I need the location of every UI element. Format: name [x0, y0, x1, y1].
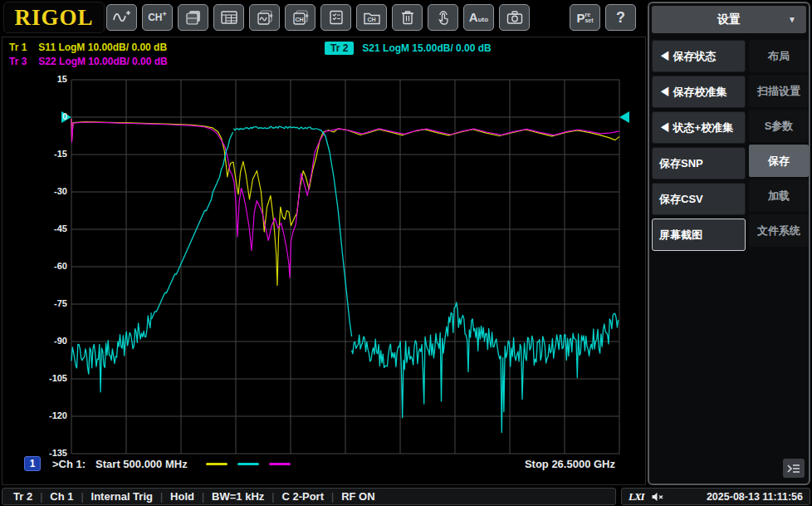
start-frequency: Start 500.000 MHz	[95, 458, 188, 470]
save-menu: ◀ 保存状态◀ 保存校准集◀ 状态+校准集保存SNP保存CSV屏幕截图	[652, 40, 746, 254]
toolbar: RIGOL CH+	[0, 0, 646, 37]
panel-tab-3[interactable]: 保存	[749, 145, 809, 177]
status-item-1: Ch 1	[50, 490, 73, 503]
trace-list-button[interactable]	[320, 4, 351, 31]
clipboard-icon	[326, 9, 346, 26]
panel-title-dropdown[interactable]: 设置 ▼	[652, 6, 806, 33]
touch-mode-button[interactable]	[428, 4, 458, 31]
y-label-4: -45	[36, 224, 67, 233]
chevron-down-icon: ▼	[788, 15, 796, 24]
screenshot-button[interactable]	[499, 4, 530, 31]
status-left-pill: Tr 2|Ch 1|Internal Trig|Hold|BW=1 kHz|C …	[2, 488, 616, 505]
trace3-id: Tr 3	[9, 56, 27, 67]
speaker-muted-icon	[651, 491, 664, 503]
y-label-7: -90	[36, 336, 67, 346]
trace2-swatch	[237, 463, 259, 465]
delete-button[interactable]	[392, 4, 423, 31]
datetime: 2025-08-13 11:11:56	[707, 491, 803, 503]
status-item-3: Hold	[170, 490, 194, 503]
help-button[interactable]: ?	[605, 4, 636, 31]
help-label: ?	[616, 9, 625, 27]
trace1-legend[interactable]: Tr 1 S11 LogM 10.00dB/ 0.00 dB	[9, 42, 167, 53]
y-label-3: -30	[36, 186, 67, 196]
lxi-indicator: LXI	[629, 490, 644, 504]
preset-sublabel: reset	[585, 12, 593, 23]
trace2-legend[interactable]: Tr 2 S21 LogM 15.00dB/ 0.00 dB	[325, 42, 492, 55]
panel-tab-5[interactable]: 文件系统	[749, 214, 809, 247]
rigol-logo: RIGOL	[14, 5, 93, 31]
trace2-active-badge: Tr 2	[325, 42, 354, 55]
preset-button[interactable]: P reset	[570, 4, 600, 31]
add-channel-label: CH+	[148, 12, 167, 23]
plot-grid	[71, 80, 619, 454]
panel-collapse-button[interactable]	[783, 459, 805, 478]
table-icon	[219, 9, 239, 26]
y-label-8: -105	[36, 373, 67, 383]
toolbar-spacer	[535, 4, 565, 31]
menu-item-2[interactable]: ◀ 状态+校准集	[652, 111, 746, 144]
preset-label: P	[576, 11, 585, 25]
panel-tab-1[interactable]: 扫描设置	[749, 75, 809, 107]
channel-indicator[interactable]: 1	[24, 456, 41, 471]
auto-scale-button[interactable]: Auto	[463, 4, 494, 31]
status-separator: |	[81, 491, 83, 503]
trace1-id: Tr 1	[9, 42, 27, 53]
folder-channel-icon: CH	[362, 9, 382, 26]
vna-screen: RIGOL CH+	[0, 0, 812, 506]
panel-tab-4[interactable]: 加载	[749, 179, 809, 212]
menu-item-4[interactable]: 保存CSV	[652, 183, 746, 215]
channel-label: >Ch 1:	[52, 458, 86, 470]
menu-item-3[interactable]: 保存SNP	[652, 147, 746, 179]
sweep-range: >Ch 1: Start 500.000 MHz	[52, 458, 291, 470]
menu-item-5[interactable]: 屏幕截图	[652, 219, 746, 251]
trace1-swatch	[206, 463, 227, 465]
logo-box: RIGOL	[3, 2, 105, 33]
panel-tab-0[interactable]: 布局	[749, 40, 809, 72]
sparam-plot	[2, 37, 647, 486]
window-stack-icon	[183, 9, 203, 26]
status-separator: |	[202, 491, 204, 503]
y-label-2: -15	[36, 149, 67, 159]
window-layout-button[interactable]	[178, 4, 208, 31]
panel-tab-2[interactable]: S参数	[749, 110, 809, 142]
svg-text:CH: CH	[367, 17, 375, 22]
chart-area: Tr 1 S11 LogM 10.00dB/ 0.00 dB Tr 3 S22 …	[2, 37, 646, 485]
y-label-5: -60	[36, 261, 67, 271]
trace-add-icon	[112, 9, 132, 26]
panel-title: 设置	[717, 12, 741, 27]
status-item-0: Tr 2	[13, 490, 32, 503]
status-right-pill: LXI 2025-08-13 11:11:56	[621, 488, 810, 505]
trace-s21	[71, 126, 619, 432]
y-label-0: 15	[36, 74, 67, 84]
menu-item-0[interactable]: ◀ 保存状态	[652, 40, 746, 72]
stop-frequency: Stop 26.5000 GHz	[525, 458, 615, 470]
settings-panel: 设置 ▼ ◀ 保存状态◀ 保存校准集◀ 状态+校准集保存SNP保存CSV屏幕截图…	[648, 2, 810, 485]
reference-marker-right[interactable]	[619, 111, 629, 123]
panel-tabs: 布局扫描设置S参数保存加载文件系统	[749, 40, 809, 249]
menu-item-1[interactable]: ◀ 保存校准集	[652, 76, 746, 108]
y-label-1: 0	[36, 111, 67, 121]
toolbar-buttons: CH+	[106, 4, 636, 31]
status-separator: |	[331, 491, 334, 503]
add-trace-button[interactable]	[106, 4, 137, 31]
status-separator: |	[40, 491, 42, 503]
trash-icon	[398, 9, 418, 26]
status-item-4: BW=1 kHz	[212, 490, 264, 503]
status-separator: |	[160, 491, 163, 503]
trace3-legend[interactable]: Tr 3 S22 LogM 10.00dB/ 0.00 dB	[9, 56, 168, 67]
status-item-5: C 2-Port	[281, 490, 324, 503]
measurement-table-button[interactable]	[213, 4, 244, 31]
maximize-trace-button[interactable]	[249, 4, 280, 31]
svg-text:CH: CH	[295, 17, 303, 22]
status-bar: Tr 2|Ch 1|Internal Trig|Hold|BW=1 kHz|C …	[0, 487, 812, 506]
trace3-swatch	[269, 463, 291, 465]
touch-icon	[433, 9, 453, 26]
file-channel-button[interactable]: CH	[356, 4, 387, 31]
status-separator: |	[271, 491, 274, 503]
auto-label: Auto	[469, 10, 488, 25]
add-channel-button[interactable]: CH+	[142, 4, 173, 31]
maximize-channel-button[interactable]: CH	[285, 4, 316, 31]
camera-icon	[505, 9, 525, 26]
y-label-6: -75	[36, 298, 67, 308]
trace2-desc: S21 LogM 15.00dB/ 0.00 dB	[362, 42, 491, 54]
